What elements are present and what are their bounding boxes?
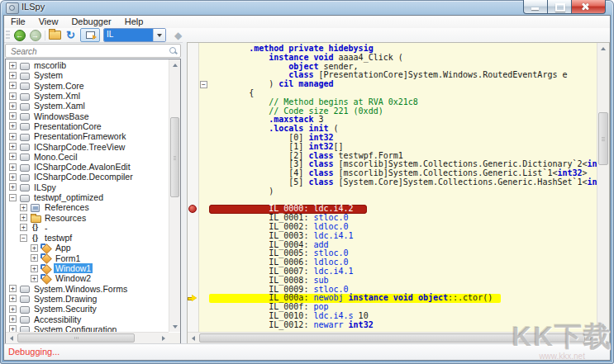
tree-hscroll-thumb[interactable] bbox=[17, 333, 135, 343]
tree-item-testwpf[interactable]: −{}testwpf bbox=[6, 233, 169, 243]
expand-icon[interactable]: + bbox=[9, 153, 17, 160]
expand-icon[interactable]: + bbox=[31, 244, 38, 252]
expand-icon[interactable]: + bbox=[9, 305, 17, 313]
tree-item-ilspy[interactable]: +ILSpy bbox=[6, 182, 169, 192]
tree-item--[interactable]: +{}- bbox=[6, 223, 169, 233]
titlebar[interactable]: ILSpy bbox=[0, 0, 614, 15]
tree-item-form1[interactable]: +Form1 bbox=[6, 253, 169, 263]
breakpoint-gutter[interactable] bbox=[188, 43, 199, 333]
expand-icon[interactable]: + bbox=[9, 325, 17, 332]
tree-vertical-scrollbar[interactable] bbox=[169, 59, 180, 332]
expand-icon[interactable]: + bbox=[9, 82, 17, 89]
refresh-button[interactable]: ↻ bbox=[64, 29, 78, 41]
scroll-left-icon[interactable] bbox=[6, 333, 17, 343]
expand-icon[interactable]: + bbox=[9, 133, 17, 140]
tree-item-resources[interactable]: +Resources bbox=[6, 212, 169, 222]
expand-icon[interactable]: + bbox=[31, 254, 38, 262]
expand-icon[interactable]: + bbox=[9, 285, 17, 292]
tree-item-system-security[interactable]: +System.Security bbox=[6, 304, 169, 314]
expand-icon[interactable]: + bbox=[31, 275, 38, 282]
expand-icon[interactable]: + bbox=[9, 315, 17, 323]
menu-view[interactable]: View bbox=[32, 16, 65, 28]
tree-item-system-xaml[interactable]: +System.Xaml bbox=[6, 101, 169, 111]
tree-item-windowsbase[interactable]: +WindowsBase bbox=[6, 111, 169, 121]
menubar: File View Debugger Help bbox=[4, 16, 610, 29]
tree-item-system-xml[interactable]: +System.Xml bbox=[6, 91, 169, 101]
language-combobox[interactable]: IL bbox=[103, 28, 166, 42]
scroll-right-icon[interactable] bbox=[158, 333, 169, 343]
scroll-down-icon[interactable] bbox=[597, 322, 609, 333]
expand-icon[interactable]: + bbox=[9, 183, 17, 191]
tree-item-presentationframework[interactable]: +PresentationFramework bbox=[6, 131, 169, 141]
tree-vscroll-thumb[interactable] bbox=[170, 117, 179, 197]
expand-icon[interactable]: + bbox=[9, 295, 17, 302]
fold-collapse-icon[interactable]: − bbox=[200, 81, 207, 88]
tree-item-mono-cecil[interactable]: +Mono.Cecil bbox=[6, 152, 169, 162]
assembly-icon bbox=[19, 61, 30, 70]
tree-item-icsharpcode-decompiler[interactable]: +ICSharpCode.Decompiler bbox=[6, 172, 169, 182]
toolbar-grip[interactable] bbox=[6, 31, 10, 40]
tree-item-system-drawing[interactable]: +System.Drawing bbox=[6, 294, 169, 304]
tree-item-presentationcore[interactable]: +PresentationCore bbox=[6, 121, 169, 131]
minimize-button[interactable] bbox=[523, 0, 548, 14]
chevron-down-icon[interactable] bbox=[153, 29, 165, 41]
tree-item-icsharpcode-avalonedit[interactable]: +ICSharpCode.AvalonEdit bbox=[6, 162, 169, 172]
expand-icon[interactable]: + bbox=[9, 163, 17, 171]
scroll-down-icon[interactable] bbox=[169, 321, 180, 332]
expand-icon[interactable]: + bbox=[9, 112, 17, 120]
tree-item-testwpf-optimized[interactable]: −testwpf_optimized bbox=[6, 192, 169, 202]
expand-icon[interactable]: + bbox=[9, 122, 17, 130]
tree-item-app[interactable]: +App bbox=[6, 243, 169, 253]
continue-debug-icon[interactable]: ◆ bbox=[174, 30, 182, 41]
expand-icon[interactable]: + bbox=[9, 92, 17, 100]
tree-item-system-windows-forms[interactable]: +System.Windows.Forms bbox=[6, 284, 169, 294]
expand-icon[interactable]: + bbox=[9, 72, 17, 79]
attach-to-process-button[interactable] bbox=[80, 28, 100, 42]
collapse-icon[interactable]: − bbox=[9, 194, 17, 201]
open-file-button[interactable] bbox=[48, 29, 62, 41]
search-icon bbox=[169, 47, 176, 54]
expand-icon[interactable]: + bbox=[9, 102, 17, 110]
code-horizontal-scrollbar[interactable] bbox=[188, 332, 597, 343]
code-hscroll-thumb[interactable] bbox=[199, 333, 585, 343]
menu-file[interactable]: File bbox=[4, 16, 32, 28]
tree-item-system-configuration[interactable]: +System.Configuration bbox=[6, 324, 169, 332]
expand-icon[interactable]: + bbox=[20, 214, 27, 221]
tree-item-references[interactable]: +References bbox=[6, 202, 169, 212]
expand-icon[interactable]: + bbox=[9, 143, 17, 150]
code-area[interactable]: .method private hidebysig instance void … bbox=[209, 43, 597, 333]
code-vertical-scrollbar[interactable] bbox=[597, 43, 609, 333]
fold-margin[interactable]: − bbox=[199, 43, 209, 333]
maximize-button[interactable] bbox=[548, 0, 571, 14]
menu-help[interactable]: Help bbox=[118, 16, 150, 28]
tree-item-window2[interactable]: +Window2 bbox=[6, 273, 169, 283]
expand-icon[interactable]: + bbox=[9, 173, 17, 181]
navigate-forward-button[interactable]: → bbox=[28, 29, 42, 41]
scroll-left-icon[interactable] bbox=[188, 333, 198, 343]
navigate-back-button[interactable]: ← bbox=[12, 29, 26, 41]
expand-icon[interactable]: + bbox=[20, 204, 27, 211]
search-input[interactable] bbox=[9, 45, 153, 57]
expand-icon[interactable]: + bbox=[20, 224, 27, 231]
collapse-icon[interactable]: − bbox=[20, 234, 27, 242]
code-vscroll-thumb[interactable] bbox=[598, 112, 608, 165]
scroll-right-icon[interactable] bbox=[586, 333, 597, 343]
menu-debugger[interactable]: Debugger bbox=[64, 16, 117, 28]
scroll-up-icon[interactable] bbox=[169, 59, 180, 70]
tree-horizontal-scrollbar[interactable] bbox=[6, 332, 169, 343]
close-button[interactable] bbox=[571, 0, 606, 14]
search-box[interactable] bbox=[5, 44, 181, 58]
assembly-icon bbox=[19, 294, 30, 303]
tree-item-accessibility[interactable]: +Accessibility bbox=[6, 314, 169, 324]
tree-item-mscorlib[interactable]: +mscorlib bbox=[6, 60, 169, 70]
tree-item-icsharpcode-treeview[interactable]: +ICSharpCode.TreeView bbox=[6, 141, 169, 151]
expand-icon[interactable]: + bbox=[31, 265, 38, 272]
code-line: IL_0012: newarr int32 bbox=[209, 321, 597, 330]
breakpoint-icon[interactable] bbox=[188, 205, 197, 213]
expand-icon[interactable]: + bbox=[9, 62, 17, 69]
scroll-up-icon[interactable] bbox=[597, 43, 609, 54]
tree-item-system-core[interactable]: +System.Core bbox=[6, 81, 169, 91]
assembly-tree[interactable]: +mscorlib+System+System.Core+System.Xml+… bbox=[6, 60, 169, 332]
tree-item-window1[interactable]: +Window1 bbox=[6, 263, 169, 273]
tree-item-system[interactable]: +System bbox=[6, 70, 169, 80]
